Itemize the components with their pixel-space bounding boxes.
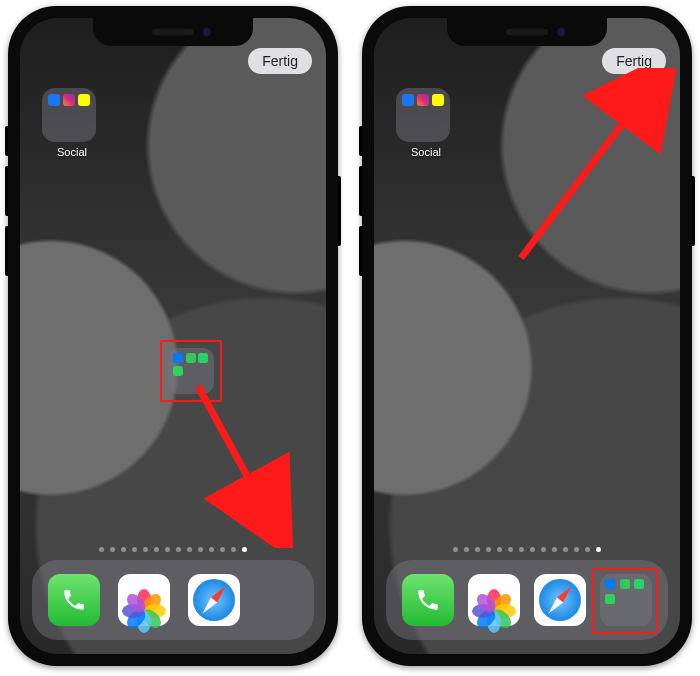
folder-social[interactable]: Social bbox=[396, 88, 456, 158]
folder-social[interactable]: Social bbox=[42, 88, 102, 158]
phone-app[interactable] bbox=[48, 574, 100, 626]
done-button[interactable]: Fertig bbox=[602, 48, 666, 74]
instagram-app-mini-icon bbox=[417, 94, 429, 106]
facebook-app-mini-icon bbox=[48, 94, 60, 106]
tutorial-screenshot-pair: Fertig Social bbox=[0, 0, 700, 672]
facebook-app-mini-icon bbox=[402, 94, 414, 106]
folder-label: Social bbox=[396, 146, 456, 158]
dock bbox=[32, 560, 314, 640]
phone-icon bbox=[61, 587, 87, 613]
whatsapp-app-mini-icon bbox=[198, 353, 208, 363]
iphone-frame-step1: Fertig Social bbox=[8, 6, 338, 666]
notch bbox=[93, 18, 253, 46]
snapchat-app-mini-icon bbox=[78, 94, 90, 106]
snapchat-app-mini-icon bbox=[432, 94, 444, 106]
iphone-screen: Fertig Social bbox=[20, 18, 326, 654]
messenger-app-mini-icon bbox=[605, 579, 615, 589]
safari-app[interactable] bbox=[188, 574, 240, 626]
imessage-app-mini-icon bbox=[173, 366, 183, 376]
photos-app[interactable] bbox=[468, 574, 520, 626]
safari-icon bbox=[539, 579, 581, 621]
safari-app[interactable] bbox=[534, 574, 586, 626]
iphone-frame-step2: Fertig Social bbox=[362, 6, 692, 666]
folder-icon bbox=[396, 88, 450, 142]
folder-icon bbox=[42, 88, 96, 142]
done-button[interactable]: Fertig bbox=[248, 48, 312, 74]
safari-icon bbox=[193, 579, 235, 621]
page-indicator[interactable] bbox=[374, 547, 680, 552]
dock bbox=[386, 560, 668, 640]
photos-icon bbox=[124, 580, 164, 620]
iphone-screen: Fertig Social bbox=[374, 18, 680, 654]
photos-app[interactable] bbox=[118, 574, 170, 626]
phone-app[interactable] bbox=[402, 574, 454, 626]
phone-icon bbox=[415, 587, 441, 613]
notch bbox=[447, 18, 607, 46]
photos-icon bbox=[474, 580, 514, 620]
page-indicator[interactable] bbox=[20, 547, 326, 552]
facetime-app-mini-icon bbox=[186, 353, 196, 363]
folder-label: Social bbox=[42, 146, 102, 158]
facetime-app-mini-icon bbox=[620, 579, 630, 589]
dock-folder-chat[interactable] bbox=[600, 574, 652, 626]
instagram-app-mini-icon bbox=[63, 94, 75, 106]
messenger-app-mini-icon bbox=[173, 353, 183, 363]
dragging-folder[interactable] bbox=[168, 348, 214, 394]
whatsapp-app-mini-icon bbox=[634, 579, 644, 589]
imessage-app-mini-icon bbox=[605, 594, 615, 604]
